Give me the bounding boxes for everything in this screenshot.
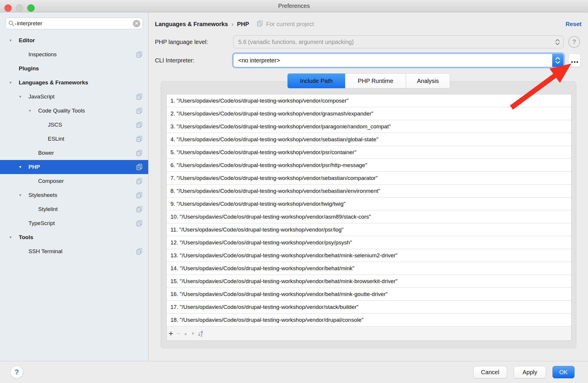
sidebar-tree-item[interactable]: ▼ Bower: [0, 146, 148, 160]
current-project-pages-icon: [136, 135, 143, 144]
include-path-row[interactable]: 11. "/Users/opdavies/Code/os/drupal-test…: [167, 223, 571, 236]
breadcrumb-languages-frameworks[interactable]: Languages & Frameworks: [155, 21, 228, 28]
list-toolbar: + − ▲ ▼ ↓ az: [167, 326, 571, 341]
settings-tree: ▼ Editor ▼ Inspections: [0, 33, 148, 258]
tree-item-label: ESLint: [48, 136, 64, 142]
settings-sidebar: ▾ interpreter ✕ ▼ Editor: [0, 12, 148, 361]
include-path-listbox: 1. "/Users/opdavies/Code/os/drupal-testi…: [166, 94, 572, 341]
include-path-row[interactable]: 18. "/Users/opdavies/Code/os/drupal-test…: [167, 314, 571, 326]
sidebar-tree-item[interactable]: ▼ Stylelint: [0, 202, 148, 216]
include-path-row[interactable]: 5. "/Users/opdavies/Code/os/drupal-testi…: [167, 146, 571, 159]
include-path-row[interactable]: 9. "/Users/opdavies/Code/os/drupal-testi…: [167, 198, 571, 210]
expand-arrow-icon[interactable]: ▼: [9, 38, 19, 42]
current-project-pages-icon: [256, 20, 264, 28]
move-down-icon[interactable]: ▼: [189, 328, 197, 338]
add-icon[interactable]: +: [167, 328, 175, 338]
settings-search-input[interactable]: ▾ interpreter ✕: [5, 18, 143, 29]
search-value: interpreter: [17, 20, 133, 27]
expand-arrow-icon[interactable]: ▼: [28, 109, 38, 113]
language-level-label: PHP language level:: [155, 39, 233, 45]
include-path-panel: 1. "/Users/opdavies/Code/os/drupal-testi…: [161, 81, 576, 348]
include-path-row[interactable]: 4. "/Users/opdavies/Code/os/drupal-testi…: [167, 133, 571, 146]
expand-arrow-icon[interactable]: ▼: [18, 95, 28, 99]
include-path-row[interactable]: 7. "/Users/opdavies/Code/os/drupal-testi…: [167, 172, 571, 185]
include-path-row[interactable]: 13. "/Users/opdavies/Code/os/drupal-test…: [167, 249, 571, 262]
tree-item-label: Languages & Frameworks: [19, 79, 88, 86]
language-level-select[interactable]: 5.6 (variadic functions, argument unpack…: [233, 35, 564, 48]
php-settings-tabs: Include Path PHP Runtime Analysis: [287, 73, 450, 88]
tab[interactable]: Include Path: [288, 74, 345, 88]
remove-icon[interactable]: −: [175, 328, 182, 338]
include-path-row[interactable]: 15. "/Users/opdavies/Code/os/drupal-test…: [167, 275, 571, 288]
sidebar-tree-item[interactable]: ▼ PHP: [0, 160, 148, 174]
tab[interactable]: PHP Runtime: [345, 74, 406, 88]
move-up-icon[interactable]: ▲: [182, 328, 189, 338]
include-path-row[interactable]: 8. "/Users/opdavies/Code/os/drupal-testi…: [167, 185, 571, 198]
include-path-row[interactable]: 6. "/Users/opdavies/Code/os/drupal-testi…: [167, 159, 571, 172]
current-project-pages-icon: [136, 205, 143, 215]
sidebar-tree-item[interactable]: ▼ Code Quality Tools: [0, 104, 148, 118]
cancel-button[interactable]: Cancel: [473, 366, 507, 378]
chevron-up-down-icon: [555, 39, 560, 45]
sidebar-tree-item[interactable]: ▼ Plugins: [0, 62, 148, 76]
sidebar-tree-item[interactable]: ▼ Stylesheets: [0, 188, 148, 202]
include-path-row[interactable]: 16. "/Users/opdavies/Code/os/drupal-test…: [167, 288, 571, 301]
tab-label: Analysis: [417, 78, 439, 84]
cli-interpreter-select[interactable]: <no interpreter>: [233, 54, 564, 67]
expand-arrow-icon[interactable]: ▼: [9, 81, 19, 85]
current-project-pages-icon: [136, 219, 143, 229]
sidebar-tree-item[interactable]: ▼ Composer: [0, 174, 148, 188]
sidebar-tree-item[interactable]: ▼ JavaScript: [0, 90, 148, 104]
reset-link[interactable]: Reset: [566, 21, 582, 28]
include-path-row[interactable]: 17. "/Users/opdavies/Code/os/drupal-test…: [167, 301, 571, 314]
language-level-value: 5.6 (variadic functions, argument unpack…: [234, 39, 354, 45]
zoom-window-button[interactable]: [27, 4, 35, 12]
current-project-pages-icon: [136, 107, 143, 116]
context-help-icon[interactable]: ?: [568, 36, 580, 48]
ok-button[interactable]: OK: [552, 366, 575, 378]
sidebar-tree-item[interactable]: ▼ Languages & Frameworks: [0, 76, 148, 90]
include-path-row[interactable]: 2. "/Users/opdavies/Code/os/drupal-testi…: [167, 107, 571, 120]
include-path-row[interactable]: 3. "/Users/opdavies/Code/os/drupal-testi…: [167, 120, 571, 133]
sidebar-tree-item[interactable]: ▼ Tools: [0, 230, 148, 244]
include-path-row[interactable]: 10. "/Users/opdavies/Code/os/drupal-test…: [167, 210, 571, 223]
cli-interpreter-row: CLI Interpreter: <no interpreter>: [155, 54, 588, 67]
expand-arrow-icon[interactable]: ▼: [18, 165, 28, 169]
tree-item-label: Tools: [19, 234, 33, 241]
sidebar-tree-item[interactable]: ▼ Inspections: [0, 47, 148, 62]
settings-main-pane: Languages & Frameworks › PHP For current…: [148, 12, 588, 361]
expand-arrow-icon[interactable]: ▼: [9, 235, 19, 239]
include-path-row[interactable]: 1. "/Users/opdavies/Code/os/drupal-testi…: [167, 94, 571, 107]
current-project-pages-icon: [136, 191, 143, 200]
expand-arrow-icon[interactable]: ▼: [18, 193, 28, 197]
sort-alpha-icon[interactable]: ↓ az: [197, 328, 204, 338]
search-filter-caret-icon[interactable]: ▾: [15, 22, 16, 26]
page-header: Languages & Frameworks › PHP For current…: [155, 18, 588, 30]
tree-item-label: Plugins: [19, 65, 39, 72]
clear-search-icon[interactable]: ✕: [133, 20, 140, 27]
sidebar-tree-item[interactable]: ▼ Editor: [0, 33, 148, 47]
close-window-button[interactable]: [4, 4, 12, 12]
sidebar-tree-item[interactable]: ▼ SSH Terminal: [0, 244, 148, 258]
cli-interpreter-value: <no interpreter>: [234, 57, 280, 64]
breadcrumb-php: PHP: [237, 21, 249, 28]
sidebar-tree-item[interactable]: ▼ ESLint: [0, 132, 148, 146]
apply-button[interactable]: Apply: [514, 366, 546, 378]
scope-label: For current project: [266, 21, 314, 28]
dialog-footer: ? Cancel Apply OK: [0, 361, 588, 383]
preferences-content: ▾ interpreter ✕ ▼ Editor: [0, 12, 588, 361]
traffic-lights: [4, 4, 35, 12]
current-project-pages-icon: [136, 163, 143, 172]
include-path-row[interactable]: 14. "/Users/opdavies/Code/os/drupal-test…: [167, 262, 571, 275]
sidebar-tree-item[interactable]: ▼ JSCS: [0, 118, 148, 132]
chevron-up-down-icon[interactable]: [552, 54, 563, 67]
minimize-window-button[interactable]: [16, 4, 23, 12]
cli-interpreter-browse-button[interactable]: [568, 54, 581, 67]
help-button[interactable]: ?: [10, 366, 23, 379]
sidebar-tree-item[interactable]: ▼ TypeScript: [0, 216, 148, 230]
include-path-row[interactable]: 12. "/Users/opdavies/Code/os/drupal-test…: [167, 236, 571, 249]
tab-label: PHP Runtime: [358, 78, 393, 84]
current-project-pages-icon: [136, 121, 143, 130]
tree-item-label: Editor: [19, 37, 35, 44]
tab[interactable]: Analysis: [406, 74, 450, 88]
